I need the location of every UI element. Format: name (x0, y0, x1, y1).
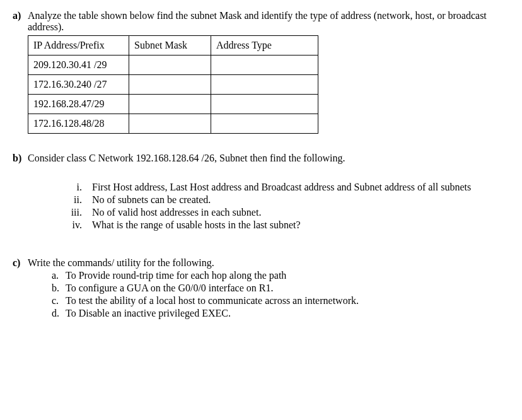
question-b-text: Consider class C Network 192.168.128.64 … (28, 153, 509, 164)
table-header-cell: Address Type (211, 36, 318, 55)
question-b-list: i. First Host address, Last Host address… (59, 182, 509, 231)
table-header-cell: IP Address/Prefix (28, 36, 129, 55)
question-c-text: Write the commands/ utility for the foll… (28, 257, 509, 269)
question-a-text: Analyze the table shown below find the s… (28, 10, 509, 33)
list-item: c. To test the ability of a local host t… (52, 295, 509, 306)
list-marker: i. (59, 182, 92, 193)
table-cell (129, 114, 211, 134)
question-b-body: Consider class C Network 192.168.128.64 … (28, 153, 509, 232)
list-item: a. To Provide round-trip time for each h… (52, 270, 509, 281)
list-text: To configure a GUA on the G0/0/0 interfa… (66, 283, 273, 294)
table-cell: 172.16.128.48/28 (28, 114, 129, 134)
table-row: 172.16.128.48/28 (28, 114, 318, 134)
question-c-list: a. To Provide round-trip time for each h… (52, 270, 509, 319)
question-a-label: a) (13, 10, 28, 21)
list-marker: iii. (59, 207, 92, 218)
list-item: b. To configure a GUA on the G0/0/0 inte… (52, 283, 509, 294)
list-marker: a. (52, 270, 66, 281)
list-text: No of subnets can be created. (92, 194, 211, 206)
list-item: i. First Host address, Last Host address… (59, 182, 509, 193)
table-cell (211, 95, 318, 114)
list-item: ii. No of subnets can be created. (59, 194, 509, 206)
question-c-body: Write the commands/ utility for the foll… (28, 257, 509, 320)
table-cell: 209.120.30.41 /29 (28, 55, 129, 75)
table-cell (211, 114, 318, 134)
table-header-cell: Subnet Mask (129, 36, 211, 55)
table-cell (129, 55, 211, 75)
table-cell (129, 75, 211, 95)
list-text: To Provide round-trip time for each hop … (66, 270, 286, 281)
table-row: 192.168.28.47/29 (28, 95, 318, 114)
list-marker: d. (52, 308, 66, 319)
list-marker: iv. (59, 219, 92, 231)
list-item: iv. What is the range of usable hosts in… (59, 219, 509, 231)
table-row: 172.16.30.240 /27 (28, 75, 318, 95)
list-text: What is the range of usable hosts in the… (92, 219, 301, 231)
subnet-table: IP Address/Prefix Subnet Mask Address Ty… (28, 35, 318, 134)
question-a-body: Analyze the table shown below find the s… (28, 10, 509, 134)
table-cell (211, 55, 318, 75)
question-a: a) Analyze the table shown below find th… (13, 10, 509, 134)
table-cell: 192.168.28.47/29 (28, 95, 129, 114)
question-b-label: b) (13, 153, 28, 164)
list-text: To test the ability of a local host to c… (66, 295, 359, 306)
list-marker: c. (52, 295, 66, 306)
table-header-row: IP Address/Prefix Subnet Mask Address Ty… (28, 36, 318, 55)
table-cell (129, 95, 211, 114)
list-marker: b. (52, 283, 66, 294)
list-text: To Disable an inactive privileged EXEC. (66, 308, 231, 319)
table-cell (211, 75, 318, 95)
question-b: b) Consider class C Network 192.168.128.… (13, 153, 509, 232)
table-row: 209.120.30.41 /29 (28, 55, 318, 75)
list-item: d. To Disable an inactive privileged EXE… (52, 308, 509, 319)
table-cell: 172.16.30.240 /27 (28, 75, 129, 95)
list-marker: ii. (59, 194, 92, 206)
list-text: First Host address, Last Host address an… (92, 182, 471, 193)
list-text: No of valid host addresses in each subne… (92, 207, 261, 218)
question-c-label: c) (13, 257, 28, 269)
list-item: iii. No of valid host addresses in each … (59, 207, 509, 218)
question-c: c) Write the commands/ utility for the f… (13, 257, 509, 320)
